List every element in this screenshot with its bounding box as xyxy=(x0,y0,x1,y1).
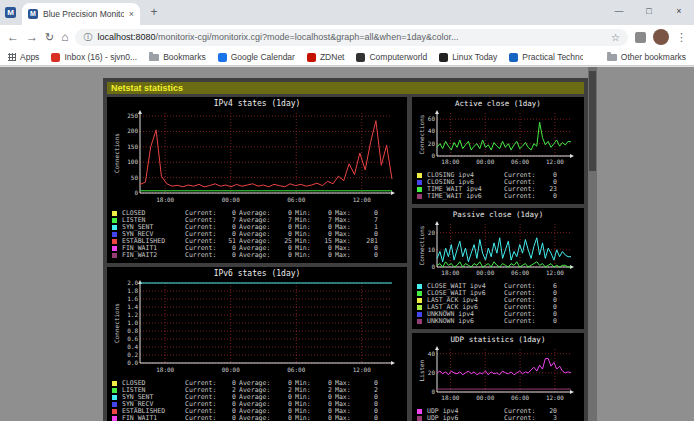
legend-name: CLOSED xyxy=(122,210,182,217)
legend-name: FIN_WAIT1 xyxy=(122,245,182,252)
svg-text:0.2: 0.2 xyxy=(127,351,138,358)
svg-text:06:00: 06:00 xyxy=(287,366,305,373)
bookmark-item[interactable]: ZDNet xyxy=(307,52,345,62)
tab-close-icon[interactable]: × xyxy=(129,9,134,19)
svg-text:1.8: 1.8 xyxy=(127,287,138,294)
legend-value-label: Average: xyxy=(239,252,273,259)
bookmark-label: Bookmarks xyxy=(163,52,206,62)
legend-value-label: Max: xyxy=(335,224,353,231)
chart-plot-area: 020406018:0000:0006:0012:00Connections xyxy=(415,109,579,167)
svg-text:20: 20 xyxy=(428,369,436,376)
svg-text:Listen: Listen xyxy=(418,359,425,381)
legend-row: FIN_WAIT1Current:0Average:0Min:0Max:0 xyxy=(112,415,404,421)
page-content: Netstat statistics IPv4 states (1day)050… xyxy=(0,67,694,421)
extension-icon[interactable] xyxy=(635,32,646,43)
svg-text:00:00: 00:00 xyxy=(476,394,494,401)
legend-name: SYN_RECV xyxy=(122,231,182,238)
legend-value-label: Max: xyxy=(335,401,353,408)
browser-tab[interactable]: M Blue Precision Monitorix × xyxy=(22,3,140,25)
legend-row: UDP ipv6Current:3 xyxy=(417,415,581,421)
menu-icon[interactable]: ⋮ xyxy=(676,31,687,44)
folder-icon xyxy=(149,54,159,61)
profile-avatar[interactable] xyxy=(653,29,669,45)
minimize-button[interactable]: — xyxy=(604,0,634,25)
svg-text:12:00: 12:00 xyxy=(353,196,371,203)
bookmark-item[interactable]: Inbox (16) - sjvn0... xyxy=(51,52,137,62)
legend-value-label: Average: xyxy=(239,238,273,245)
legend-name: UNKNOWN ipv4 xyxy=(427,311,501,318)
legend-name: TIME_WAIT ipv6 xyxy=(427,193,501,200)
legend-name: FIN_WAIT2 xyxy=(122,252,182,259)
browser-window: M M Blue Precision Monitorix × + — □ × ←… xyxy=(0,0,694,421)
chart-plot-area: 0204018:0000:0006:0012:00Listen xyxy=(415,345,579,403)
svg-text:0.6: 0.6 xyxy=(127,335,138,342)
apps-label: Apps xyxy=(20,52,39,62)
window-icon: M xyxy=(5,7,16,18)
bookmark-item[interactable]: Practical Technol... xyxy=(509,52,582,62)
other-bookmarks[interactable]: Other bookmarks xyxy=(607,52,686,62)
address-bar[interactable]: ⓘ localhost:8080/monitorix-cgi/monitorix… xyxy=(75,29,628,46)
legend-value-label: Max: xyxy=(335,394,353,401)
other-bookmarks-label: Other bookmarks xyxy=(621,52,686,62)
svg-text:0: 0 xyxy=(431,263,435,270)
bookmark-item[interactable]: Linux Today xyxy=(439,52,497,62)
svg-text:06:00: 06:00 xyxy=(287,196,305,203)
svg-text:00:00: 00:00 xyxy=(222,196,240,203)
legend-swatch xyxy=(112,388,117,393)
apps-grid-icon xyxy=(8,53,16,61)
svg-text:00:00: 00:00 xyxy=(476,158,494,165)
svg-text:50: 50 xyxy=(131,174,139,181)
series-line xyxy=(140,121,392,187)
legend-swatch xyxy=(417,284,422,289)
forward-icon[interactable]: → xyxy=(26,30,38,44)
back-icon[interactable]: ← xyxy=(7,30,19,44)
bookmarks-items: Inbox (16) - sjvn0...BookmarksGoogle Cal… xyxy=(51,52,582,62)
scrollbar-thumb[interactable] xyxy=(589,71,596,171)
chart-legend: CLOSE_WAIT ipv4Current:6CLOSE_WAIT ipv6C… xyxy=(417,283,581,325)
bookmark-star-icon[interactable]: ☆ xyxy=(611,32,620,43)
reload-icon[interactable]: ↻ xyxy=(45,31,54,44)
url-path: /monitorix-cgi/monitorix.cgi?mode=localh… xyxy=(156,32,459,42)
legend-value: 0 xyxy=(220,252,236,259)
svg-text:12:00: 12:00 xyxy=(546,394,564,401)
apps-shortcut[interactable]: Apps xyxy=(8,52,39,62)
legend-value-label: Current: xyxy=(504,172,538,179)
legend-row: ESTABLISHEDCurrent:0Average:0Min:0Max:0 xyxy=(112,408,404,415)
window-controls: — □ × xyxy=(604,0,694,25)
series-line xyxy=(437,122,571,150)
svg-text:250: 250 xyxy=(127,112,138,119)
folder-icon xyxy=(607,54,617,61)
legend-value-label: Min: xyxy=(295,408,313,415)
home-icon[interactable]: ⌂ xyxy=(61,30,68,44)
legend-value-label: Current: xyxy=(185,380,217,387)
legend-value-label: Max: xyxy=(335,238,353,245)
bookmark-label: Practical Technol... xyxy=(522,52,582,62)
legend-value: 0 xyxy=(356,252,378,259)
legend-swatch xyxy=(417,194,422,199)
svg-text:18:00: 18:00 xyxy=(156,196,174,203)
svg-text:20: 20 xyxy=(428,140,436,147)
bookmark-item[interactable]: Google Calendar xyxy=(218,52,295,62)
chart-title: Active close (1day) xyxy=(415,98,581,109)
svg-text:1.2: 1.2 xyxy=(127,311,138,318)
bookmark-item[interactable]: Bookmarks xyxy=(149,52,206,62)
page-info-icon[interactable]: ⓘ xyxy=(83,31,92,44)
legend-swatch xyxy=(417,173,422,178)
legend-value-label: Current: xyxy=(185,231,217,238)
chart-title: IPv4 states (1day) xyxy=(110,98,404,109)
legend-value-label: Current: xyxy=(504,290,538,297)
new-tab-button[interactable]: + xyxy=(146,4,162,20)
legend-value-label: Current: xyxy=(504,304,538,311)
maximize-button[interactable]: □ xyxy=(634,0,664,25)
svg-text:200: 200 xyxy=(127,127,138,134)
bookmark-item[interactable]: Computerworld xyxy=(356,52,427,62)
favicon xyxy=(509,53,518,62)
legend-swatch xyxy=(417,312,422,317)
page-scrollbar[interactable] xyxy=(588,67,597,421)
legend-value-label: Min: xyxy=(295,231,313,238)
svg-text:00:00: 00:00 xyxy=(222,366,240,373)
legend-value-label: Min: xyxy=(295,238,313,245)
tab-strip: M M Blue Precision Monitorix × + — □ × xyxy=(0,0,694,25)
close-button[interactable]: × xyxy=(664,0,694,25)
legend-swatch xyxy=(112,416,117,421)
